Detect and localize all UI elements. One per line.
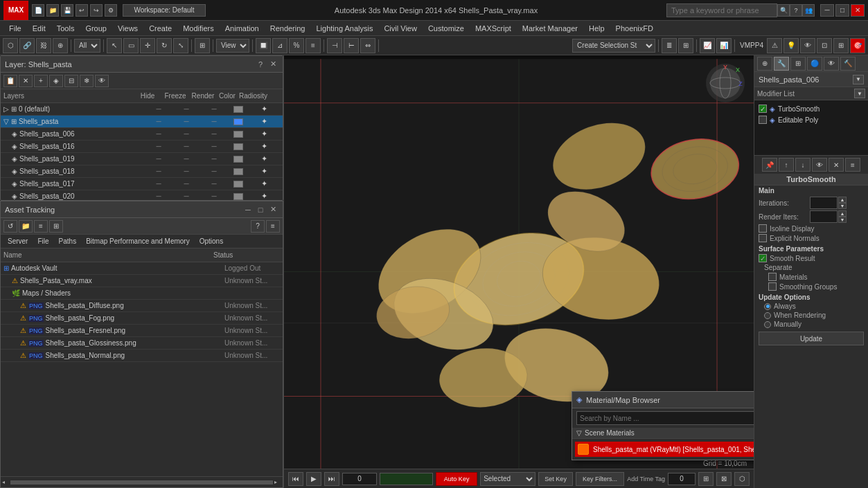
mod-pin-btn[interactable]: 📌 bbox=[762, 158, 777, 172]
new-file-icon[interactable]: 📄 bbox=[32, 4, 44, 17]
align-btn[interactable]: ⊣ bbox=[327, 38, 342, 53]
list-item[interactable]: ⚠ PNG Shells_pasta_Glossiness.png Unknow… bbox=[1, 337, 283, 350]
select-btn[interactable]: ↖ bbox=[107, 38, 122, 53]
frame-end-field[interactable] bbox=[668, 475, 695, 482]
select-obj-btn[interactable]: ⬡ bbox=[3, 38, 18, 53]
list-item[interactable]: ⚠ Shells_Pasta_vray.max Unknown St... bbox=[1, 275, 283, 287]
lamp-icon[interactable]: 💡 bbox=[783, 38, 799, 53]
material-browser-section[interactable]: ▽ Scene Materials bbox=[572, 428, 754, 439]
workspace-selector[interactable]: Workspace: Default bbox=[123, 4, 206, 17]
menu-file[interactable]: File bbox=[3, 23, 27, 34]
asset-menu-paths[interactable]: Paths bbox=[55, 237, 81, 246]
explicit-normals-checkbox[interactable] bbox=[759, 234, 767, 242]
curve-editor-btn[interactable]: 📈 bbox=[700, 38, 715, 53]
modifier-turbosmooth[interactable]: ✓ ◈ TurboSmooth bbox=[757, 103, 865, 114]
materials-checkbox[interactable] bbox=[768, 273, 777, 281]
quick-align-btn[interactable]: ⊢ bbox=[344, 38, 359, 53]
frame-input[interactable]: 0 bbox=[342, 473, 377, 485]
manually-radio[interactable] bbox=[764, 321, 771, 328]
layer-row[interactable]: ◈ Shells_pasta_020 ─ ─ ─ ✦ bbox=[1, 190, 283, 200]
menu-edit[interactable]: Edit bbox=[27, 23, 51, 34]
list-item[interactable]: ⚠ PNG Shells_pasta_Normal.png Unknown St… bbox=[1, 350, 283, 362]
always-radio[interactable] bbox=[764, 303, 771, 310]
rp-create-icon[interactable]: ⊕ bbox=[757, 57, 772, 71]
iterations-down-btn[interactable]: ▼ bbox=[838, 203, 847, 209]
asset-menu-options[interactable]: Options bbox=[195, 237, 227, 246]
layer-delete-btn[interactable]: ✕ bbox=[19, 75, 33, 87]
menu-civil[interactable]: Civil View bbox=[378, 23, 422, 34]
layer-sel-btn[interactable]: ◈ bbox=[49, 75, 63, 87]
menu-views[interactable]: Views bbox=[112, 23, 143, 34]
layer-row[interactable]: ◈ Shells_pasta_016 ─ ─ ─ ✦ bbox=[1, 141, 283, 153]
auto-key-btn[interactable]: Auto Key bbox=[436, 472, 477, 486]
play-fwd-btn[interactable]: ⏭ bbox=[324, 472, 339, 486]
extra-btn3[interactable]: 🎯 bbox=[850, 38, 865, 53]
minimize-btn[interactable]: ─ bbox=[820, 4, 834, 17]
smoothing-groups-checkbox[interactable] bbox=[768, 282, 777, 291]
asset-close-btn[interactable]: ✕ bbox=[267, 204, 278, 215]
timeline-track[interactable] bbox=[380, 473, 433, 485]
material-search-input[interactable] bbox=[576, 411, 754, 425]
menu-rendering[interactable]: Rendering bbox=[265, 23, 311, 34]
turbosmooth-checkbox[interactable]: ✓ bbox=[759, 105, 767, 113]
rp-motion-icon[interactable]: 🔵 bbox=[807, 57, 822, 71]
rp-modify-icon[interactable]: 🔧 bbox=[774, 57, 789, 71]
spinner-snap-btn[interactable]: ≡ bbox=[305, 38, 321, 53]
menu-phoenixfd[interactable]: PhoenixFD bbox=[610, 23, 659, 34]
render-iters-input[interactable]: 0 bbox=[810, 210, 838, 223]
link-btn[interactable]: 🔗 bbox=[19, 38, 35, 53]
menu-help[interactable]: Help bbox=[583, 23, 610, 34]
help-icon[interactable]: ? bbox=[790, 4, 802, 17]
extra-btn1[interactable]: ⊡ bbox=[817, 38, 832, 53]
menu-group[interactable]: Group bbox=[80, 23, 112, 34]
auto-key-select[interactable]: Selected bbox=[480, 472, 535, 486]
render-iters-up-btn[interactable]: ▲ bbox=[838, 210, 847, 217]
iterations-input[interactable]: 1 bbox=[810, 197, 838, 209]
eye-icon[interactable]: 👁 bbox=[800, 38, 815, 53]
menu-animation[interactable]: Animation bbox=[220, 23, 265, 34]
asset-scrollbar[interactable]: ◂ ▸ bbox=[1, 476, 283, 487]
extra-btn2[interactable]: ⊞ bbox=[833, 38, 849, 53]
menu-modifiers[interactable]: Modifiers bbox=[177, 23, 220, 34]
layer-add-sel-btn[interactable]: + bbox=[34, 75, 48, 87]
render-iters-down-btn[interactable]: ▼ bbox=[838, 217, 847, 223]
layer-btn[interactable]: ⊞ bbox=[678, 38, 693, 53]
ref-btn[interactable]: ⊞ bbox=[195, 38, 210, 53]
search-input[interactable] bbox=[666, 3, 777, 17]
filter-select[interactable]: All bbox=[74, 39, 100, 53]
mod-delete-btn[interactable]: ✕ bbox=[829, 158, 844, 172]
mod-up-btn[interactable]: ↑ bbox=[779, 158, 794, 172]
layer-row[interactable]: ◈ Shells_pasta_006 ─ ─ ─ ✦ bbox=[1, 128, 283, 141]
smooth-result-checkbox[interactable]: ✓ bbox=[759, 254, 767, 262]
asset-maximize-btn[interactable]: □ bbox=[255, 204, 266, 215]
percent-snap-btn[interactable]: % bbox=[289, 38, 304, 53]
nav-btn1[interactable]: ⊞ bbox=[698, 472, 714, 486]
menu-market-manager[interactable]: Market Manager bbox=[517, 23, 583, 34]
schematic-btn[interactable]: 📊 bbox=[716, 38, 732, 53]
undo-icon[interactable]: ↩ bbox=[76, 4, 88, 17]
layer-row[interactable]: ◈ Shells_pasta_017 ─ ─ ─ ✦ bbox=[1, 178, 283, 190]
menu-maxscript[interactable]: MAXScript bbox=[470, 23, 517, 34]
named-sel-btn[interactable]: ≣ bbox=[662, 38, 677, 53]
menu-create[interactable]: Create bbox=[143, 23, 177, 34]
asset-menu-btn[interactable]: ≡ bbox=[266, 220, 280, 233]
rp-utilities-icon[interactable]: 🔨 bbox=[840, 57, 856, 71]
layer-freeze-btn[interactable]: ❄ bbox=[80, 75, 94, 87]
view-select[interactable]: View bbox=[216, 39, 249, 53]
asset-refresh-btn[interactable]: ↺ bbox=[3, 220, 17, 233]
frame-field[interactable]: 0 bbox=[343, 475, 376, 482]
close-btn[interactable]: ✕ bbox=[851, 4, 865, 17]
community-icon[interactable]: 👥 bbox=[802, 4, 815, 17]
material-item[interactable]: Shells_pasta_mat (VRayMtl) [Shells_pasta… bbox=[575, 442, 754, 457]
select-region-btn[interactable]: ▭ bbox=[123, 38, 139, 53]
asset-minimize-btn[interactable]: ─ bbox=[242, 204, 254, 215]
list-item[interactable]: 🌿 Maps / Shaders bbox=[1, 287, 283, 300]
unlink-btn[interactable]: ⛓ bbox=[36, 38, 51, 53]
layer-row[interactable]: ◈ Shells_pasta_019 ─ ─ ─ ✦ bbox=[1, 153, 283, 165]
layer-new-btn[interactable]: 📋 bbox=[3, 75, 17, 87]
layer-filter-btn[interactable]: ⊟ bbox=[64, 75, 78, 87]
layer-row[interactable]: ▽ ⊞ Shells_pasta ─ ─ ─ ✦ bbox=[1, 116, 283, 128]
layer-row[interactable]: ▷ ⊞ 0 (default) ─ ─ ─ ✦ bbox=[1, 103, 283, 116]
isoline-checkbox[interactable] bbox=[759, 224, 767, 233]
nav-btn3[interactable]: ⬡ bbox=[734, 472, 750, 486]
